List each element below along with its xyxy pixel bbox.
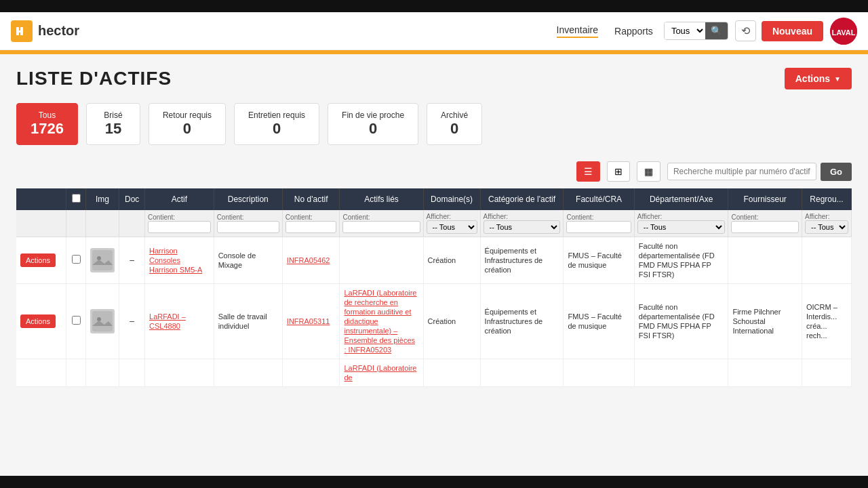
filter-domaines-select[interactable]: -- Tous — [427, 220, 477, 234]
status-badge-tous[interactable]: Tous 1726 — [16, 103, 78, 145]
filter-faculte: Contient: — [564, 210, 634, 237]
row1-actions-cell: Actions — [16, 237, 66, 284]
col-img-header: Img — [85, 188, 119, 210]
row2-categorie: Équipements et Infrastructures de créati… — [485, 308, 543, 335]
col-categorie-header: Catégorie de l'actif — [480, 188, 564, 210]
table-row: LaRFADI (Laboratoire de — [16, 359, 852, 387]
filter-categorie-select[interactable]: -- Tous — [484, 220, 561, 234]
filter-actifs-lies-input[interactable] — [342, 221, 420, 233]
row2-fournisseur-cell: Firme Pilchner Schoustal International — [728, 284, 802, 359]
row1-description: Console de Mixage — [218, 251, 256, 269]
filter-actifs-lies: Contient: — [340, 210, 423, 237]
page-title: LISTE D'ACTIFS — [16, 68, 172, 89]
view-cards-button[interactable]: ▦ — [637, 161, 660, 182]
row1-no-actif-link[interactable]: INFRA05462 — [287, 256, 330, 264]
col-faculte-header: Faculté/CRA — [564, 188, 634, 210]
row2-dept-cell: Faculté non départementalisée (FD FMD FM… — [634, 284, 728, 359]
row1-regroupement-cell — [802, 237, 851, 284]
row2-faculte-cell: FMUS – Faculté de musique — [564, 284, 634, 359]
filter-doc — [119, 210, 145, 237]
row1-dept: Faculté non départementalisée (FD FMD FM… — [639, 242, 715, 279]
row2-regroupement: OICRM – Interdis... créa... rech... — [806, 303, 837, 340]
row2-no-actif-cell: INFRA05311 — [282, 284, 340, 359]
actions-button[interactable]: Actions ▼ — [785, 68, 852, 89]
row2-actions-button[interactable]: Actions — [20, 314, 56, 328]
table-body: Actions – — [16, 237, 852, 387]
view-grid-button[interactable]: ⊞ — [607, 161, 630, 182]
go-button[interactable]: Go — [821, 163, 852, 181]
nav-inventaire[interactable]: Inventaire — [557, 24, 598, 38]
filter-actions — [16, 210, 66, 237]
multi-search-input[interactable] — [667, 163, 816, 180]
filter-desc-input[interactable] — [217, 221, 279, 233]
status-badge-archive[interactable]: Archivé 0 — [427, 103, 482, 145]
logo-text: hector — [38, 23, 79, 39]
row3-actif-cell — [145, 359, 214, 387]
row2-checkbox[interactable] — [72, 316, 81, 325]
col-actif-header: Actif — [145, 188, 214, 210]
col-actions — [16, 188, 66, 210]
row2-actif-link[interactable]: LaRFADI – CSL4880 — [149, 312, 186, 330]
filter-fournisseur-input[interactable] — [731, 221, 799, 233]
col-actifs-lies-header: Actifs liés — [340, 188, 423, 210]
row3-faculte-cell — [564, 359, 634, 387]
row1-actions-button[interactable]: Actions — [20, 253, 56, 267]
filter-faculte-input[interactable] — [566, 221, 631, 233]
col-dept-header: Département/Axe — [634, 188, 728, 210]
row2-fournisseur: Firme Pilchner Schoustal International — [732, 308, 781, 335]
filter-regroupement-select[interactable]: -- Tous — [805, 220, 848, 234]
row2-no-actif-link[interactable]: INFRA05311 — [287, 317, 330, 325]
multi-search: Go — [667, 163, 852, 181]
search-scope-select[interactable]: Tous — [665, 22, 705, 39]
select-all-checkbox[interactable] — [72, 194, 81, 203]
row1-img-cell — [85, 237, 119, 284]
status-badge-entretien[interactable]: Entretien requis 0 — [234, 103, 319, 145]
nouveau-button[interactable]: Nouveau — [762, 21, 823, 41]
filter-no-actif: Contient: — [282, 210, 340, 237]
row3-actifs-lies-cell: LaRFADI (Laboratoire de — [340, 359, 423, 387]
nav-rapports[interactable]: Rapports — [614, 26, 653, 37]
col-checkbox — [66, 188, 85, 210]
row1-checkbox[interactable] — [72, 255, 81, 264]
toolbar-row: ☰ ⊞ ▦ Go — [16, 161, 852, 182]
status-badge-brise[interactable]: Brisé 15 — [86, 103, 140, 145]
filter-categorie: Afficher: -- Tous — [480, 210, 564, 237]
status-row: Tous 1726 Brisé 15 Retour requis 0 Entre… — [16, 103, 852, 145]
col-domaines-header: Domaine(s) — [423, 188, 480, 210]
row2-regroupement-cell: OICRM – Interdis... créa... rech... — [802, 284, 851, 359]
row2-dept: Faculté non départementalisée (FD FMD FM… — [639, 303, 715, 340]
col-doc-header: Doc — [119, 188, 145, 210]
row2-actif-cell: LaRFADI – CSL4880 — [145, 284, 214, 359]
search-button[interactable]: 🔍 — [705, 22, 728, 39]
row1-actif-link[interactable]: Harrison Consoles Harrison SM5-A — [149, 247, 202, 274]
row2-actions-cell: Actions — [16, 284, 66, 359]
filter-img — [85, 210, 119, 237]
row2-actifs-lies-link[interactable]: LaRFADI (Laboratoire de recherche en for… — [344, 289, 416, 354]
filter-dept-select[interactable]: -- Tous — [637, 220, 726, 234]
logo-icon — [11, 20, 33, 42]
filter-actif-input[interactable] — [148, 221, 211, 233]
avatar: LAVAL — [830, 18, 857, 45]
status-badge-fin-vie[interactable]: Fin de vie proche 0 — [328, 103, 418, 145]
row2-doc-cell: – — [119, 284, 145, 359]
main-content: LISTE D'ACTIFS Actions ▼ Tous 1726 Brisé… — [0, 54, 868, 428]
col-desc-header: Description — [214, 188, 282, 210]
history-button[interactable]: ⟲ — [735, 20, 756, 41]
row3-dept-cell — [634, 359, 728, 387]
filter-no-actif-input[interactable] — [285, 221, 337, 233]
row2-desc-cell: Salle de travail individuel — [214, 284, 282, 359]
nav-links: Inventaire Rapports — [557, 24, 653, 38]
search-bar: Tous 🔍 — [664, 22, 728, 40]
row3-actifs-lies-link[interactable]: LaRFADI (Laboratoire de — [344, 364, 416, 382]
status-badge-retour[interactable]: Retour requis 0 — [149, 103, 226, 145]
row3-categorie-cell — [480, 359, 564, 387]
row2-checkbox-cell — [66, 284, 85, 359]
row3-domaines-cell — [423, 359, 480, 387]
row2-actifs-lies-cell: LaRFADI (Laboratoire de recherche en for… — [340, 284, 423, 359]
row2-faculte: FMUS – Faculté de musique — [568, 312, 621, 330]
row3-no-actif-cell — [282, 359, 340, 387]
page-title-row: LISTE D'ACTIFS Actions ▼ — [16, 68, 852, 89]
row3-img-cell — [85, 359, 119, 387]
assets-table: Img Doc Actif Description No d'actif Act… — [16, 188, 852, 387]
view-list-button[interactable]: ☰ — [576, 161, 600, 182]
